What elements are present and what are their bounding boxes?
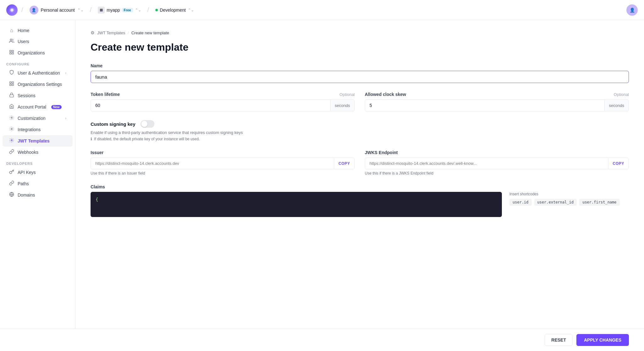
- sidebar-item-user-auth-label: User & Authentication: [18, 70, 60, 75]
- jwks-label: JWKS Endpoint: [365, 150, 629, 155]
- claims-section: Claims { Insert shortcodes user.id user.…: [91, 184, 629, 217]
- jwks-group: JWKS Endpoint COPY Use this if there is …: [365, 150, 629, 176]
- developers-section-label: DEVELOPERS: [0, 158, 75, 167]
- user-auth-icon: [9, 70, 14, 76]
- apply-changes-button[interactable]: APPLY CHANGES: [576, 334, 629, 346]
- account-avatar: 👤: [30, 6, 38, 14]
- claims-editor-wrapper: {: [91, 192, 502, 217]
- sidebar-item-integrations[interactable]: Integrations: [3, 124, 73, 135]
- sidebar-item-sessions[interactable]: Sessions: [3, 90, 73, 101]
- account-portal-new-badge: New: [51, 105, 62, 109]
- main-layout: ⌂ Home Users Organizations: [0, 20, 644, 329]
- clock-skew-suffix: seconds: [604, 100, 629, 111]
- breadcrumb-parent[interactable]: JWT Templates: [97, 31, 125, 35]
- claims-editor-content: {: [96, 197, 98, 202]
- svg-rect-9: [10, 84, 11, 86]
- insert-shortcodes-label: Insert shortcodes: [509, 192, 629, 196]
- configure-section-label: CONFIGURE: [0, 58, 75, 67]
- claims-label: Claims: [91, 184, 105, 189]
- user-auth-arrow-icon: ›: [65, 71, 66, 75]
- env-status-dot: [155, 9, 158, 11]
- domains-icon: [9, 192, 14, 198]
- clock-skew-label: Allowed clock skew: [365, 92, 406, 97]
- sidebar-item-customization[interactable]: Customization ›: [3, 113, 73, 124]
- env-switcher[interactable]: Development ⌃⌄: [153, 6, 197, 14]
- app-icon: ▦: [98, 7, 105, 14]
- toggle-thumb: [141, 121, 147, 127]
- nav-separator-3: /: [147, 6, 149, 14]
- claims-header: Claims: [91, 184, 629, 189]
- signing-key-toggle[interactable]: [141, 120, 154, 128]
- jwt-templates-icon: [9, 138, 14, 144]
- token-lifetime-input-group: seconds: [91, 99, 355, 111]
- breadcrumb-icon: ⚙: [91, 30, 95, 35]
- svg-rect-10: [10, 95, 14, 97]
- sidebar-item-users-label: Users: [18, 39, 29, 44]
- name-label: Name: [91, 63, 629, 68]
- shortcode-user-external-id[interactable]: user.external_id: [534, 199, 577, 206]
- sidebar-item-org-settings[interactable]: Organizations Settings: [3, 79, 73, 90]
- signing-key-note: ℹ If disabled, the default private key o…: [91, 137, 629, 141]
- clock-skew-optional: Optional: [614, 92, 629, 97]
- sidebar-item-api-keys[interactable]: API Keys: [3, 167, 73, 178]
- reset-button[interactable]: RESET: [545, 334, 573, 346]
- signing-key-desc: Enable if using a third-party authentica…: [91, 130, 629, 135]
- sidebar: ⌂ Home Users Organizations: [0, 20, 75, 329]
- organizations-icon: [9, 50, 14, 56]
- sidebar-item-domains[interactable]: Domains: [3, 189, 73, 201]
- sidebar-item-paths-label: Paths: [18, 181, 29, 186]
- topnav-right: 👤: [626, 4, 638, 16]
- sidebar-item-domains-label: Domains: [18, 192, 35, 198]
- clock-skew-input-group: seconds: [365, 99, 629, 111]
- shortcode-user-id[interactable]: user.id: [509, 199, 532, 206]
- integrations-icon: [9, 126, 14, 133]
- sessions-icon: [9, 92, 14, 99]
- issuer-label: Issuer: [91, 150, 355, 155]
- token-lifetime-group: Token lifetime Optional seconds: [91, 92, 355, 111]
- sidebar-item-integrations-label: Integrations: [18, 127, 41, 132]
- sidebar-item-organizations-label: Organizations: [18, 50, 45, 55]
- app-plan-badge: Free: [122, 8, 133, 12]
- users-icon: [9, 38, 14, 45]
- sidebar-item-webhooks[interactable]: Webhooks: [3, 147, 73, 158]
- jwks-input: [365, 158, 608, 169]
- customization-arrow-icon: ›: [65, 116, 66, 120]
- svg-rect-4: [12, 53, 14, 54]
- clock-skew-input[interactable]: [365, 100, 604, 111]
- shortcode-user-first-name[interactable]: user.first_name: [579, 199, 619, 206]
- svg-point-1: [10, 39, 12, 41]
- claims-content-row: { Insert shortcodes user.id user.externa…: [91, 192, 629, 217]
- home-icon: ⌂: [9, 28, 14, 33]
- shortcodes-panel: Insert shortcodes user.id user.external_…: [509, 192, 629, 206]
- main-content: ⚙ JWT Templates / Create new template Cr…: [75, 20, 644, 329]
- issuer-copy-button[interactable]: COPY: [334, 158, 354, 169]
- api-keys-icon: [9, 169, 14, 176]
- claims-editor[interactable]: {: [91, 192, 502, 217]
- account-chevron-icon: ⌃⌄: [77, 8, 84, 12]
- sidebar-item-paths[interactable]: Paths: [3, 178, 73, 189]
- token-lifetime-input[interactable]: [91, 100, 330, 111]
- sidebar-item-user-auth[interactable]: User & Authentication ›: [3, 67, 73, 79]
- name-input[interactable]: [91, 71, 629, 83]
- breadcrumb: ⚙ JWT Templates / Create new template: [91, 30, 629, 35]
- sidebar-item-webhooks-label: Webhooks: [18, 150, 38, 155]
- sidebar-item-organizations[interactable]: Organizations: [3, 47, 73, 58]
- jwks-hint: Use this if there is a JWKS Endpoint fie…: [365, 171, 629, 176]
- signing-key-note-text: If disabled, the default private key of …: [94, 137, 200, 141]
- account-switcher[interactable]: 👤 Personal account ⌃⌄: [27, 4, 86, 16]
- info-icon: ℹ: [91, 137, 92, 141]
- name-section: Name: [91, 63, 629, 83]
- signing-key-section: Custom signing key Enable if using a thi…: [91, 120, 629, 141]
- sidebar-item-home[interactable]: ⌂ Home: [3, 25, 73, 36]
- app-logo: [6, 4, 18, 16]
- app-switcher[interactable]: ▦ myapp Free ⌃⌄: [95, 5, 143, 15]
- user-avatar[interactable]: 👤: [626, 4, 638, 16]
- sidebar-item-home-label: Home: [18, 28, 29, 33]
- token-lifetime-optional: Optional: [340, 92, 355, 97]
- svg-rect-6: [10, 82, 11, 83]
- sidebar-item-jwt-templates[interactable]: JWT Templates: [3, 135, 73, 147]
- sidebar-item-account-portal[interactable]: Account Portal New: [3, 101, 73, 113]
- clock-skew-label-row: Allowed clock skew Optional: [365, 92, 629, 97]
- jwks-copy-button[interactable]: COPY: [608, 158, 629, 169]
- sidebar-item-users[interactable]: Users: [3, 36, 73, 47]
